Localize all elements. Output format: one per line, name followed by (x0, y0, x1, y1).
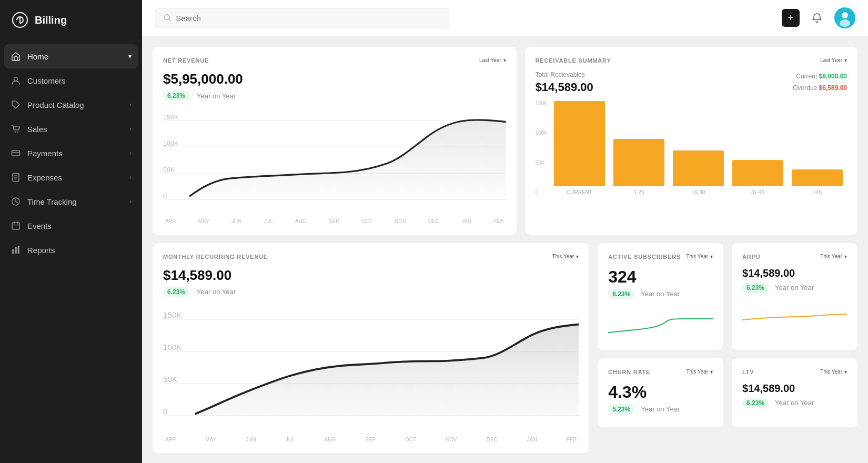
receivable-period[interactable]: Last Year ▾ (820, 57, 847, 63)
avatar (834, 7, 855, 28)
app-name: Billing (35, 14, 67, 26)
svg-text:0: 0 (163, 406, 167, 415)
bottom-cards-row: MONTHLY RECURRING REVENUE This Year ▾ $1… (153, 243, 857, 453)
bar-current: CURRENT (554, 101, 605, 195)
svg-rect-10 (15, 247, 17, 254)
svg-point-1 (14, 77, 18, 81)
subscribers-mini-chart (608, 308, 713, 339)
sidebar-item-reports[interactable]: Reports (0, 238, 142, 262)
arpu-header: ARPU This Year ▾ (742, 254, 847, 262)
svg-point-2 (14, 103, 15, 104)
sidebar-item-payments[interactable]: Payments › (0, 141, 142, 165)
mrr-value: $14,589.00 (163, 267, 579, 284)
main-content: + NET REVENUE (142, 0, 868, 463)
arpu-subtitle: Year on Year (775, 284, 814, 291)
arpu-card: ARPU This Year ▾ $14,589.00 6.23% Year o (732, 243, 857, 350)
notifications-button[interactable] (808, 9, 826, 27)
bottom-small-cards: CHURN RATE This Year ▾ 4.3% 5.23% Year o (598, 358, 857, 427)
subscribers-subtitle: Year on Year (641, 290, 680, 298)
sidebar: Billing Home ▾ Customers Product Catalog… (0, 0, 142, 463)
svg-point-14 (842, 12, 848, 18)
sidebar-item-home[interactable]: Home ▾ (4, 44, 138, 68)
svg-rect-0 (14, 56, 17, 61)
subscribers-value: 324 (608, 267, 713, 287)
net-revenue-period[interactable]: Last Year ▾ (479, 57, 506, 63)
svg-text:50K: 50K (163, 374, 177, 383)
overdue-label: Overdue $6,589.00 (793, 83, 847, 94)
sidebar-item-label: Time Tracking (27, 197, 77, 206)
overdue-value: $6,589.00 (819, 84, 847, 92)
net-revenue-chart: 150K 100K 50K 0 (163, 107, 506, 224)
bar-gt45: >45 (792, 169, 843, 195)
churn-period[interactable]: This Year ▾ (686, 369, 713, 375)
receipt-icon (11, 172, 21, 183)
sidebar-item-label: Reports (27, 246, 55, 255)
svg-text:50K: 50K (163, 166, 175, 174)
subscribers-period[interactable]: This Year ▾ (686, 254, 713, 259)
churn-value: 4.3% (608, 383, 713, 402)
chevron-right-icon: › (129, 174, 132, 181)
current-label: Current $8,000.00 (793, 71, 847, 83)
sidebar-item-time-tracking[interactable]: Time Tracking › (0, 189, 142, 214)
svg-point-15 (840, 19, 850, 27)
svg-point-3 (15, 132, 16, 133)
right-metrics: ACTIVE SUBSCRIBERS This Year ▾ 324 6.23% (598, 243, 857, 453)
ltv-subtitle: Year on Year (775, 399, 814, 407)
arpu-period[interactable]: This Year ▾ (820, 254, 847, 259)
bell-icon (812, 13, 822, 23)
ltv-title: LTV (742, 369, 754, 375)
logo-icon (11, 11, 29, 29)
net-revenue-header: NET REVENUE Last Year ▾ (163, 57, 506, 66)
sidebar-item-product-catalog[interactable]: Product Catalog › (0, 93, 142, 117)
churn-subtitle: Year on Year (641, 405, 680, 413)
sidebar-item-label: Sales (27, 125, 47, 134)
receivable-amounts: Current $8,000.00 Overdue $6,589.00 (793, 71, 847, 94)
chevron-right-icon: › (129, 198, 132, 205)
bar-chart-icon (11, 245, 21, 255)
search-container[interactable] (155, 8, 449, 28)
calendar-icon (11, 220, 21, 231)
ltv-period[interactable]: This Year ▾ (820, 369, 847, 375)
mrr-badge: 6.23% (163, 287, 189, 297)
home-icon (11, 51, 21, 62)
total-label: Total Recievables (536, 71, 593, 78)
svg-text:100K: 100K (163, 343, 181, 351)
net-revenue-svg: 150K 100K 50K 0 (163, 107, 506, 213)
mrr-subtitle: Year on Year (197, 288, 236, 296)
mrr-x-labels: APRMAYJUNJULAUGSEPOCTNOVDECJANFEB (163, 437, 579, 442)
receivable-totals: Total Recievables $14,589.00 Current $8,… (536, 71, 847, 94)
sidebar-item-label: Customers (27, 76, 66, 85)
bar-31-45: 31-45 (732, 160, 783, 195)
tag-icon (11, 99, 21, 110)
add-button[interactable]: + (782, 9, 800, 27)
arpu-title: ARPU (742, 254, 760, 260)
sidebar-item-events[interactable]: Events (0, 214, 142, 238)
current-value: $8,000.00 (819, 73, 847, 80)
top-small-cards: ACTIVE SUBSCRIBERS This Year ▾ 324 6.23% (598, 243, 857, 350)
receivable-y-labels: 150K100K50K0 (536, 100, 550, 195)
mrr-period[interactable]: This Year ▾ (552, 254, 579, 259)
header-actions: + (782, 7, 855, 28)
net-revenue-x-labels: APRMAYJUNJULAUGSEPOCTNOVDECJANFEB (163, 218, 506, 224)
sidebar-item-sales[interactable]: Sales › (0, 117, 142, 141)
top-header: + (142, 0, 868, 36)
sidebar-item-expenses[interactable]: Expenses › (0, 165, 142, 189)
svg-rect-11 (18, 246, 20, 254)
search-input[interactable] (176, 14, 440, 23)
arpu-badge: 6.23% (742, 283, 769, 293)
net-revenue-badge: 6.23% (163, 90, 189, 101)
total-value: $14,589.00 (536, 80, 593, 94)
svg-text:100K: 100K (163, 140, 179, 147)
mrr-chart: 150K 100K 50K 0 APRMAYJUNJULAUGSEPOCTNOV… (163, 304, 579, 442)
active-subscribers-card: ACTIVE SUBSCRIBERS This Year ▾ 324 6.23% (598, 243, 723, 350)
chevron-right-icon: › (129, 101, 132, 108)
ltv-badge: 6.23% (742, 398, 769, 408)
bar-16-30: 16-30 (673, 150, 724, 195)
clock-icon (11, 196, 21, 207)
subscribers-badge: 6.23% (608, 289, 634, 299)
sidebar-item-customers[interactable]: Customers (0, 68, 142, 93)
mrr-card: MONTHLY RECURRING REVENUE This Year ▾ $1… (153, 243, 589, 453)
chevron-right-icon: › (129, 149, 132, 157)
svg-point-4 (17, 132, 18, 133)
sidebar-item-label: Expenses (27, 173, 62, 182)
